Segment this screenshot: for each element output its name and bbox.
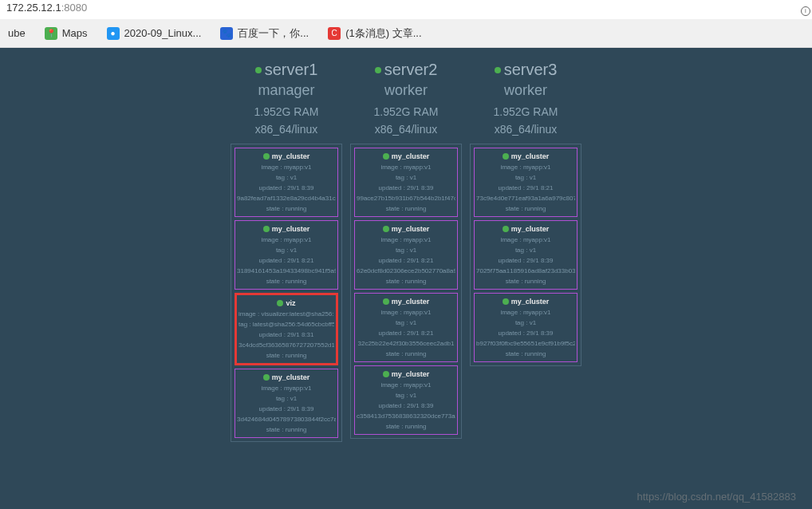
container-id: c358413d7536838632320dce773a41f (357, 412, 455, 420)
bookmark-label: ube (8, 27, 26, 39)
container-updated: updated : 29/1 8:21 (476, 184, 575, 191)
container-id: b927f03f0fbc9e55651e9cf91b9f5c2 (476, 340, 575, 347)
container-name: viz (286, 299, 295, 307)
containers-box: my_cluster image : myapp:v1 tag : v1 upd… (231, 144, 342, 442)
container-title: my_cluster (237, 225, 336, 233)
bookmark-item[interactable]: C(1条消息) 文章... (323, 23, 426, 44)
container-tag: tag : v1 (237, 174, 336, 181)
bookmark-label: 2020-09_Linux... (124, 27, 202, 39)
container-tag: tag : v1 (476, 247, 575, 254)
container-tag: tag : latest@sha256:54d65cbcbff52e (238, 321, 334, 328)
container-name: my_cluster (511, 225, 550, 233)
container-name: my_cluster (272, 152, 310, 160)
container-title: my_cluster (237, 373, 336, 381)
node-ram: 1.952G RAM (350, 105, 462, 118)
node-header: server2 worker 1.952G RAM x86_64/linux (350, 61, 462, 136)
container-name: my_cluster (272, 373, 310, 381)
container-state: state : running (357, 278, 455, 285)
container-id: 7025f75aa1185916ad8af23d33b036 (476, 267, 575, 274)
bookmark-item[interactable]: 📍Maps (40, 24, 93, 43)
container-id: 9a82fead7af1332e8a29cd4b4a31c8f (237, 195, 336, 202)
container-id: 62e0dcf8d02306ece2b502770a8a92 (357, 267, 455, 274)
containers-box: my_cluster image : myapp:v1 tag : v1 upd… (470, 144, 581, 366)
container-updated: updated : 29/1 8:39 (357, 184, 455, 191)
container-title: my_cluster (357, 298, 455, 306)
bookmark-item[interactable]: ube (3, 24, 30, 42)
container-id: 3d424684d04578973803844f2cc7a8 (237, 416, 336, 423)
bookmark-label: (1条消息) 文章... (345, 26, 421, 41)
url-port: :8080 (61, 2, 88, 14)
container-state: state : running (476, 278, 575, 285)
bookmark-item[interactable]: ●2020-09_Linux... (102, 24, 207, 43)
node-title: server3 (470, 61, 581, 79)
container-image: image : myapp:v1 (237, 164, 336, 171)
container-updated: updated : 29/1 8:39 (476, 257, 575, 264)
bookmark-icon: ● (107, 27, 120, 40)
container-image: image : myapp:v1 (357, 309, 455, 316)
container-state: state : running (237, 426, 336, 433)
bookmark-label: Maps (62, 27, 88, 39)
container-tag: tag : v1 (357, 174, 455, 181)
bookmarks-bar: ube📍Maps●2020-09_Linux...🐾百度一下，你...C(1条消… (0, 19, 812, 48)
container-id: 73c9e4d0e771eaf93a1a6a979c8074 (476, 195, 575, 202)
node-name: server1 (265, 61, 318, 79)
info-icon[interactable]: i (801, 6, 810, 16)
container-updated: updated : 29/1 8:31 (238, 331, 334, 338)
status-dot-icon (255, 67, 262, 73)
node-arch: x86_64/linux (470, 123, 581, 136)
container-title: my_cluster (476, 298, 575, 306)
container-card[interactable]: my_cluster image : myapp:v1 tag : v1 upd… (354, 148, 458, 217)
status-dot-icon (263, 374, 270, 381)
status-dot-icon (503, 226, 509, 232)
node-title: server2 (350, 61, 462, 79)
container-title: my_cluster (357, 152, 455, 160)
container-card[interactable]: my_cluster image : myapp:v1 tag : v1 upd… (354, 365, 458, 435)
container-updated: updated : 29/1 8:21 (357, 257, 455, 264)
container-card[interactable]: my_cluster image : myapp:v1 tag : v1 upd… (354, 293, 458, 362)
node-role: worker (470, 82, 581, 99)
container-image: image : myapp:v1 (476, 164, 575, 171)
container-state: state : running (357, 423, 455, 430)
container-tag: tag : v1 (237, 395, 336, 402)
container-title: viz (238, 299, 334, 307)
container-title: my_cluster (476, 152, 575, 160)
container-state: state : running (357, 350, 455, 357)
container-image: image : myapp:v1 (476, 309, 575, 316)
container-title: my_cluster (357, 370, 455, 378)
container-tag: tag : v1 (357, 392, 455, 399)
container-title: my_cluster (476, 225, 575, 233)
watermark: https://blog.csdn.net/qq_41582883 (637, 491, 797, 503)
container-state: state : running (476, 350, 575, 357)
status-dot-icon (383, 226, 389, 232)
container-card[interactable]: my_cluster image : myapp:v1 tag : v1 upd… (235, 220, 338, 290)
node-role: manager (231, 82, 342, 99)
container-name: my_cluster (511, 152, 550, 160)
status-dot-icon (263, 153, 270, 160)
nodes-row: server1 manager 1.952G RAM x86_64/linux … (231, 61, 581, 509)
container-title: my_cluster (237, 152, 336, 160)
container-image: image : myapp:v1 (357, 236, 455, 243)
container-state: state : running (238, 352, 334, 359)
container-card[interactable]: my_cluster image : myapp:v1 tag : v1 upd… (235, 369, 338, 438)
container-id: 99ace27b15b931b67b544b2b1f47c5 (357, 195, 455, 202)
container-tag: tag : v1 (357, 319, 455, 326)
container-card[interactable]: my_cluster image : myapp:v1 tag : v1 upd… (474, 293, 577, 362)
status-dot-icon (503, 298, 509, 305)
container-card[interactable]: my_cluster image : myapp:v1 tag : v1 upd… (474, 220, 577, 290)
node-name: server2 (384, 61, 438, 79)
container-updated: updated : 29/1 8:21 (237, 257, 336, 264)
container-card[interactable]: my_cluster image : myapp:v1 tag : v1 upd… (354, 220, 458, 290)
container-state: state : running (237, 278, 336, 285)
container-image: image : myapp:v1 (357, 381, 455, 389)
bookmark-item[interactable]: 🐾百度一下，你... (215, 23, 313, 44)
visualizer-container: server1 manager 1.952G RAM x86_64/linux … (0, 48, 812, 509)
container-card[interactable]: my_cluster image : myapp:v1 tag : v1 upd… (235, 148, 338, 217)
status-dot-icon (375, 67, 381, 73)
url-bar[interactable]: 172.25.12.1:8080 (0, 0, 812, 19)
container-name: my_cluster (511, 298, 550, 306)
container-card[interactable]: my_cluster image : myapp:v1 tag : v1 upd… (474, 148, 577, 217)
url-host: 172.25.12.1 (6, 2, 61, 14)
container-tag: tag : v1 (476, 319, 575, 326)
container-card[interactable]: viz image : visualizer:latest@sha256:54d… (235, 293, 338, 365)
container-state: state : running (476, 205, 575, 212)
